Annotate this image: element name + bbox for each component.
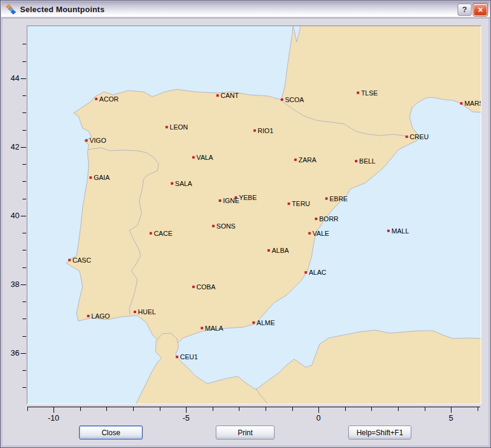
station-marker-MALA bbox=[201, 327, 203, 329]
station-label-LEON: LEON bbox=[170, 123, 188, 131]
y-tick-44 bbox=[21, 78, 26, 79]
y-tick-40.5 bbox=[22, 199, 26, 199]
y-tick-label-36: 36 bbox=[2, 348, 19, 357]
station-marker-BELL bbox=[355, 160, 357, 162]
x-tick--6 bbox=[160, 407, 160, 411]
y-tick-label-42: 42 bbox=[2, 142, 19, 151]
station-marker-SALA bbox=[171, 182, 173, 185]
station-label-BELL: BELL bbox=[359, 157, 376, 165]
y-tick-36.5 bbox=[22, 336, 26, 337]
station-label-CASC: CASC bbox=[72, 257, 91, 264]
station-label-EBRE: EBRE bbox=[329, 195, 348, 202]
x-tick-label--10: -10 bbox=[40, 413, 67, 422]
station-marker-VALA bbox=[192, 156, 194, 159]
y-tick-39.5 bbox=[22, 233, 26, 233]
print-button[interactable]: Print bbox=[216, 426, 275, 439]
app-icon bbox=[5, 4, 16, 15]
y-tick-41.5 bbox=[22, 164, 26, 165]
y-tick-41 bbox=[22, 181, 26, 182]
x-tick--8 bbox=[106, 407, 107, 411]
x-tick-label-0: 0 bbox=[305, 413, 332, 422]
y-tick-45 bbox=[22, 44, 26, 44]
station-marker-ALME bbox=[252, 322, 255, 324]
station-label-HUEL: HUEL bbox=[138, 308, 156, 315]
x-tick-4 bbox=[425, 407, 425, 411]
y-tick-37 bbox=[22, 319, 26, 319]
station-label-ACOR: ACOR bbox=[99, 95, 118, 103]
x-axis-line bbox=[27, 407, 480, 407]
station-marker-VIGO bbox=[85, 139, 88, 142]
x-tick-label-5: 5 bbox=[438, 413, 464, 422]
station-marker-SONS bbox=[212, 225, 215, 227]
station-label-RIO1: RIO1 bbox=[258, 127, 273, 134]
station-label-COBA: COBA bbox=[196, 283, 216, 291]
x-tick--2 bbox=[266, 407, 266, 411]
app-icon-glyph bbox=[5, 4, 16, 15]
y-tick-42 bbox=[21, 147, 26, 148]
station-label-CACE: CACE bbox=[154, 230, 173, 237]
station-marker-ACOR bbox=[95, 98, 97, 100]
station-marker-ALAC bbox=[304, 271, 307, 274]
window-title: Selected Mountpoints bbox=[20, 5, 456, 14]
x-tick-0 bbox=[318, 407, 319, 413]
station-label-YEBE: YEBE bbox=[239, 194, 256, 201]
x-tick-3 bbox=[398, 407, 399, 411]
station-label-SCOA: SCOA bbox=[285, 96, 304, 103]
station-label-GAIA: GAIA bbox=[94, 174, 110, 181]
x-tick-1 bbox=[345, 407, 346, 411]
station-marker-LAGO bbox=[87, 315, 89, 317]
x-tick--4 bbox=[213, 407, 213, 411]
station-label-SONS: SONS bbox=[216, 222, 235, 230]
station-marker-TERU bbox=[287, 202, 290, 205]
x-tick--9 bbox=[80, 407, 81, 411]
titlebar[interactable]: Selected Mountpoints ? × bbox=[1, 1, 490, 18]
x-tick-5 bbox=[451, 407, 452, 413]
x-tick--7 bbox=[133, 407, 134, 411]
x-tick-label--5: -5 bbox=[173, 413, 199, 422]
station-marker-LEON bbox=[165, 126, 168, 128]
titlebar-help-button[interactable]: ? bbox=[458, 4, 472, 16]
station-label-CEU1: CEU1 bbox=[180, 353, 197, 360]
station-marker-CANT bbox=[216, 94, 219, 97]
station-marker-CEU1 bbox=[176, 356, 178, 358]
y-tick-42.5 bbox=[22, 130, 26, 131]
help-button[interactable]: Help=Shift+F1 bbox=[348, 426, 411, 439]
station-marker-CACE bbox=[149, 232, 152, 235]
y-tick-44.5 bbox=[22, 61, 26, 62]
station-label-VALE: VALE bbox=[312, 230, 329, 237]
station-label-MALL: MALL bbox=[391, 227, 409, 235]
station-label-VALA: VALA bbox=[196, 154, 213, 161]
station-label-ALBA: ALBA bbox=[272, 247, 289, 254]
x-tick--11 bbox=[27, 407, 28, 411]
station-marker-CREU bbox=[405, 136, 408, 138]
station-marker-TLSE bbox=[357, 92, 359, 94]
x-tick--1 bbox=[292, 407, 293, 411]
station-marker-ALBA bbox=[267, 249, 270, 252]
station-label-BORR: BORR bbox=[319, 215, 338, 222]
station-label-LAGO: LAGO bbox=[91, 312, 110, 320]
y-tick-label-40: 40 bbox=[2, 211, 19, 220]
titlebar-close-icon[interactable]: × bbox=[473, 4, 487, 16]
station-label-ALAC: ALAC bbox=[309, 269, 326, 276]
station-marker-MALL bbox=[387, 230, 390, 232]
station-marker-GAIA bbox=[89, 176, 92, 179]
y-tick-36 bbox=[21, 353, 26, 354]
station-label-CANT: CANT bbox=[221, 92, 239, 99]
station-label-MARS: MARS bbox=[464, 100, 481, 107]
close-button[interactable]: Close bbox=[79, 426, 143, 439]
station-label-IGNE: IGNE bbox=[223, 197, 239, 204]
x-tick--5 bbox=[186, 407, 187, 413]
station-label-TERU: TERU bbox=[292, 200, 310, 207]
selected-mountpoints-dialog: Selected Mountpoints ? × ACORCANTSCOATLS… bbox=[0, 0, 491, 448]
map-plot: ACORCANTSCOATLSEMARSLEONRIO1CREUVIGOVALA… bbox=[27, 26, 481, 404]
y-tick-label-44: 44 bbox=[2, 74, 19, 83]
y-tick-35.5 bbox=[22, 370, 26, 371]
x-tick-6 bbox=[478, 407, 478, 411]
station-marker-VALE bbox=[308, 232, 311, 235]
station-label-VIGO: VIGO bbox=[89, 137, 106, 144]
station-marker-ZARA bbox=[294, 159, 297, 161]
station-marker-HUEL bbox=[134, 311, 136, 313]
station-marker-RIO1 bbox=[253, 129, 256, 132]
y-tick-39 bbox=[22, 250, 26, 250]
y-tick-37.5 bbox=[22, 302, 26, 302]
